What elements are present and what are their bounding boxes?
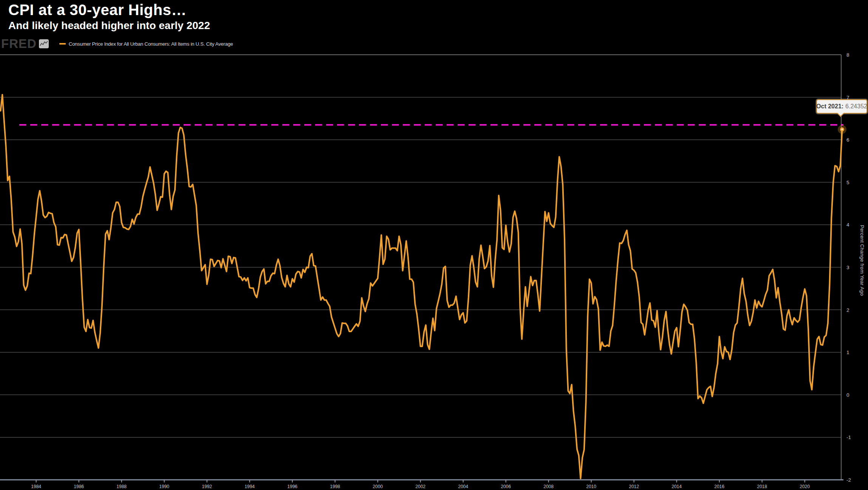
x-tick-label: 1986 <box>74 484 84 489</box>
y-tick-label: 8 <box>846 52 849 58</box>
y-tick-label: 1 <box>846 350 849 355</box>
cpi-line-chart[interactable]: 876543210-1-2198419861988199019921994199… <box>0 0 868 490</box>
y-tick-label: -1 <box>846 435 851 440</box>
y-axis-title: Percent Change from Year Ago <box>859 225 865 296</box>
y-tick-label: -2 <box>846 477 851 483</box>
x-tick-label: 2008 <box>543 484 554 489</box>
x-tick-label: 1984 <box>31 484 41 489</box>
y-tick-label: 3 <box>846 265 849 270</box>
x-tick-label: 1988 <box>116 484 127 489</box>
fred-cpi-chart-screen: 876543210-1-2198419861988199019921994199… <box>0 0 868 490</box>
series-legend-label: Consumer Price Index for All Urban Consu… <box>69 41 233 47</box>
line-chart-icon <box>39 39 49 48</box>
x-tick-label: 2000 <box>373 484 383 489</box>
x-tick-label: 2006 <box>501 484 511 489</box>
fred-logo: FRED <box>1 37 37 51</box>
y-tick-label: 0 <box>846 392 849 398</box>
x-tick-label: 1996 <box>287 484 297 489</box>
x-tick-label: 2018 <box>757 484 767 489</box>
page-subtitle: And likely headed higher into early 2022 <box>8 20 210 32</box>
x-tick-label: 2014 <box>672 484 682 489</box>
page-title: CPI at a 30-year Highs… <box>8 2 187 18</box>
legend-row: FRED Consumer Price Index for All Urban … <box>1 37 233 51</box>
series-legend-key <box>59 43 66 45</box>
x-tick-label: 1990 <box>159 484 169 489</box>
y-tick-label: 2 <box>846 307 849 313</box>
x-tick-label: 2002 <box>415 484 425 489</box>
y-tick-label: 5 <box>846 180 849 185</box>
tooltip-value: 6.24352 <box>845 103 867 110</box>
x-tick-label: 1998 <box>330 484 340 489</box>
x-tick-label: 1992 <box>202 484 212 489</box>
x-tick-label: 2012 <box>629 484 639 489</box>
x-tick-label: 2010 <box>586 484 596 489</box>
x-tick-label: 2004 <box>458 484 468 489</box>
tooltip-date-label: Oct 2021: <box>816 103 843 110</box>
cpi-series-line[interactable] <box>1 95 842 479</box>
y-tick-label: 6 <box>846 137 849 143</box>
x-tick-label: 2020 <box>800 484 810 489</box>
y-tick-label: 4 <box>846 222 849 228</box>
last-point-center <box>841 128 843 130</box>
x-tick-label: 1994 <box>244 484 255 489</box>
x-tick-label: 2016 <box>714 484 724 489</box>
